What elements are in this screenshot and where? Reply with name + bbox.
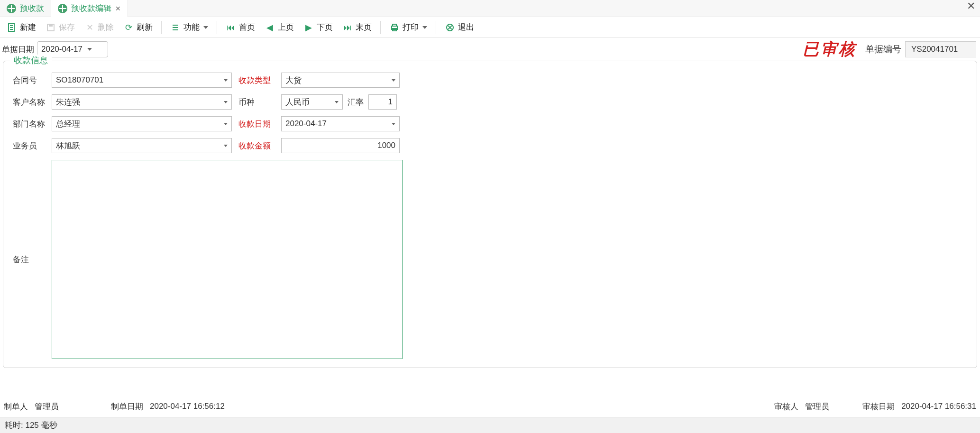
receipt-type-combo[interactable]: 大货	[281, 73, 400, 88]
tab-label: 预收款	[20, 3, 44, 14]
delete-button: ✕ 删除	[81, 19, 118, 36]
next-icon: ▶	[303, 22, 314, 33]
svg-rect-10	[393, 24, 396, 26]
approved-stamp: 已审核	[803, 38, 861, 60]
salesman-label: 业务员	[13, 140, 47, 151]
creator-label: 制单人	[4, 401, 28, 412]
contract-no-combo[interactable]: SO18070701	[52, 73, 232, 88]
new-label: 新建	[20, 22, 36, 33]
status-text: 耗时: 125 毫秒	[5, 420, 57, 431]
function-button[interactable]: 功能	[166, 19, 212, 36]
refresh-icon: ⟳	[123, 22, 134, 33]
chevron-down-icon	[392, 123, 395, 125]
separator	[380, 21, 381, 34]
receipt-date-value: 2020-04-17	[285, 119, 395, 129]
chevron-down-icon	[224, 145, 228, 147]
doc-date-value: 2020-04-17	[41, 45, 82, 54]
rate-value: 1	[388, 97, 393, 107]
status-bar: 耗时: 125 毫秒	[0, 417, 980, 433]
close-icon[interactable]: ✕	[967, 1, 975, 11]
dept-name-value: 总经理	[56, 119, 228, 129]
chevron-down-icon	[335, 101, 339, 103]
auditor-label: 审核人	[774, 401, 798, 412]
prev-label: 上页	[278, 22, 294, 33]
tab-prepayment-edit[interactable]: 预收款编辑 ✕	[51, 0, 128, 17]
currency-combo[interactable]: 人民币	[281, 94, 343, 110]
customer-name-value: 朱连强	[56, 97, 228, 108]
fieldset-legend: 收款信息	[10, 55, 52, 66]
chevron-down-icon	[422, 26, 427, 29]
exit-icon	[445, 22, 455, 33]
tab-bar: 预收款 预收款编辑 ✕ ✕	[0, 0, 980, 17]
chevron-down-icon	[224, 123, 228, 125]
print-label: 打印	[403, 22, 419, 33]
create-date-label: 制单日期	[111, 401, 143, 412]
print-button[interactable]: 打印	[385, 19, 431, 36]
receipt-amount-label: 收款金额	[238, 140, 276, 151]
salesman-combo[interactable]: 林旭跃	[52, 138, 232, 153]
separator	[436, 21, 436, 34]
first-label: 首页	[239, 22, 255, 33]
footer-info: 制单人 管理员 制单日期 2020-04-17 16:56:12 审核人 管理员…	[0, 397, 980, 416]
first-page-button[interactable]: ⏮ 首页	[222, 19, 259, 36]
rate-input[interactable]: 1	[368, 94, 397, 110]
last-page-button[interactable]: ⏭ 末页	[339, 19, 376, 36]
refresh-label: 刷新	[137, 22, 153, 33]
tab-close-icon[interactable]: ✕	[115, 5, 121, 12]
exit-button[interactable]: 退出	[441, 19, 478, 36]
doc-no-label: 单据编号	[861, 43, 905, 55]
receipt-type-label: 收款类型	[238, 75, 276, 86]
receipt-type-value: 大货	[285, 75, 395, 86]
delete-icon: ✕	[84, 22, 95, 33]
save-label: 保存	[59, 22, 75, 33]
first-icon: ⏮	[226, 22, 236, 33]
last-icon: ⏭	[342, 22, 353, 33]
audit-date-value: 2020-04-17 16:56:31	[901, 402, 976, 411]
header-row: 单据日期 2020-04-17 已审核 单据编号 YS20041701	[0, 38, 980, 61]
receipt-amount-input[interactable]: 1000	[281, 138, 400, 153]
prev-page-button[interactable]: ◀ 上页	[261, 19, 298, 36]
last-label: 末页	[356, 22, 372, 33]
save-icon	[46, 22, 56, 33]
customer-name-combo[interactable]: 朱连强	[52, 94, 232, 110]
list-icon	[170, 22, 181, 33]
exit-label: 退出	[458, 22, 474, 33]
chevron-down-icon	[224, 101, 228, 103]
contract-no-value: SO18070701	[56, 75, 228, 85]
separator	[161, 21, 162, 34]
new-icon	[7, 22, 17, 33]
create-date-value: 2020-04-17 16:56:12	[150, 402, 225, 411]
refresh-button[interactable]: ⟳ 刷新	[119, 19, 156, 36]
receipt-date-label: 收款日期	[238, 119, 276, 129]
receipt-info-fieldset: 收款信息 合同号 SO18070701 收款类型 大货 客户名称	[3, 61, 977, 368]
prev-icon: ◀	[265, 22, 275, 33]
receipt-date-combo[interactable]: 2020-04-17	[281, 116, 400, 131]
next-label: 下页	[317, 22, 333, 33]
chevron-down-icon	[203, 26, 208, 29]
receipt-amount-value: 1000	[377, 141, 395, 150]
save-button: 保存	[42, 19, 79, 36]
tab-label: 预收款编辑	[71, 3, 111, 14]
delete-label: 删除	[98, 22, 114, 33]
contract-no-label: 合同号	[13, 75, 47, 86]
remark-textarea[interactable]	[52, 160, 403, 359]
dept-name-combo[interactable]: 总经理	[52, 116, 232, 131]
auditor-value: 管理员	[805, 401, 829, 412]
creator-value: 管理员	[35, 401, 59, 412]
audit-date-label: 审核日期	[862, 401, 895, 412]
chevron-down-icon	[392, 79, 395, 82]
tab-prepayment[interactable]: 预收款	[0, 0, 51, 17]
print-icon	[389, 22, 400, 33]
remark-label: 备注	[13, 254, 47, 265]
chevron-down-icon	[87, 48, 92, 51]
doc-no-value: YS20041701	[905, 41, 976, 57]
chevron-down-icon	[224, 79, 228, 82]
salesman-value: 林旭跃	[56, 140, 228, 151]
globe-icon	[7, 4, 16, 13]
dept-name-label: 部门名称	[13, 119, 47, 129]
next-page-button[interactable]: ▶ 下页	[300, 19, 337, 36]
svg-rect-5	[49, 24, 53, 27]
toolbar: 新建 保存 ✕ 删除 ⟳ 刷新 功能 ⏮ 首页 ◀ 上页 ▶ 下页 ⏭ 末页	[0, 17, 980, 38]
new-button[interactable]: 新建	[3, 19, 40, 36]
function-label: 功能	[183, 22, 200, 33]
